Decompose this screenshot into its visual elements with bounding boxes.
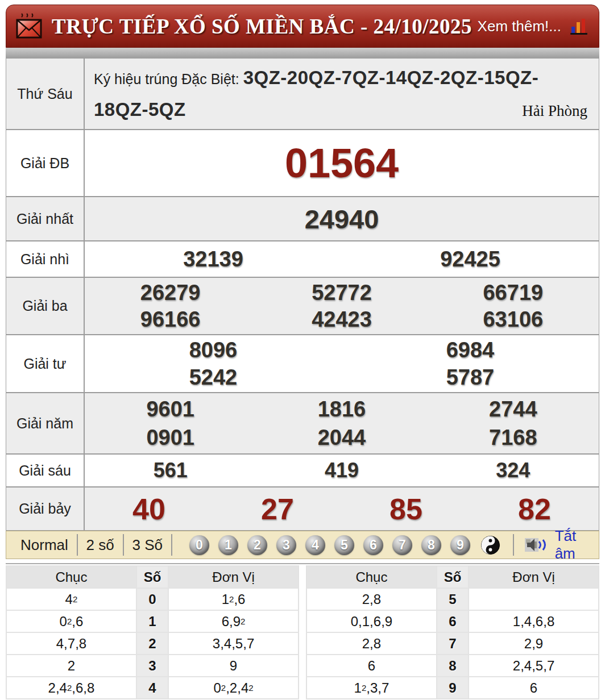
stats-header-chuc: Chục xyxy=(307,566,436,588)
mute-button[interactable]: Tắt âm xyxy=(524,527,593,562)
stats-table-right: ChụcSốĐơn Vị2,850,1,6,961,4,6,82,872,968… xyxy=(306,565,599,699)
prize-line: 090120447168 xyxy=(85,426,599,450)
mode-3-digits[interactable]: 3 Số xyxy=(124,536,172,554)
stats-row: 0,1,6,961,4,6,8 xyxy=(307,610,598,632)
see-more-link[interactable]: Xem thêm!... xyxy=(478,18,561,35)
stats-cell-chuc: 42 xyxy=(7,589,136,610)
results-table: Thứ Sáu Ký hiệu trúng Đặc Biệt: 3QZ-20QZ… xyxy=(6,59,599,531)
page-title: TRỰC TIẾP XỔ SỐ MIỀN BẮC - 24/10/2025 xyxy=(52,14,478,39)
stats-cell-so: 0 xyxy=(136,589,169,610)
stats-cell-donvi: 2,4,5,7 xyxy=(469,655,598,676)
stats-cell-so: 8 xyxy=(436,655,469,676)
ball-2[interactable]: 2 xyxy=(247,535,267,555)
prize-number: 01564 xyxy=(85,140,599,186)
stats-cell-so: 2 xyxy=(136,633,169,654)
ball-7[interactable]: 7 xyxy=(392,535,412,555)
prize-row-nhi: Giải nhì3213992425 xyxy=(6,240,599,277)
prize-line: 960118162744 xyxy=(85,397,599,422)
digit-stats: ChụcSốĐơn Vị42012,602,616,924,7,823,4,5,… xyxy=(6,563,599,699)
prize-number: 5787 xyxy=(342,365,599,390)
ball-9[interactable]: 9 xyxy=(450,535,470,555)
prize-line: 80966984 xyxy=(85,338,599,363)
prize-row-tu: Giải tư8096698452425787 xyxy=(6,334,599,392)
stats-cell-chuc: 4,7,8 xyxy=(7,633,136,654)
prize-number: 96166 xyxy=(85,307,256,332)
prize-line: 961664242363106 xyxy=(85,307,599,332)
stats-table-left: ChụcSốĐơn Vị42012,602,616,924,7,823,4,5,… xyxy=(6,565,299,699)
prize-label: Giải nhì xyxy=(6,241,85,277)
ball-4[interactable]: 4 xyxy=(305,535,325,555)
prize-line: 262795277266719 xyxy=(85,281,599,305)
prize-number: 92425 xyxy=(342,247,599,272)
mute-label: Tắt âm xyxy=(555,527,593,562)
prize-number: 419 xyxy=(256,459,427,482)
stats-row: 4,7,823,4,5,7 xyxy=(7,632,298,654)
sign-cell: Ký hiệu trúng Đặc Biệt: 3QZ-20QZ-7QZ-14Q… xyxy=(85,59,599,129)
prize-row-ba: Giải ba262795277266719961664242363106 xyxy=(6,277,599,334)
prize-label: Giải ba xyxy=(6,278,85,334)
stats-cell-donvi: 12,6 xyxy=(169,589,298,610)
prize-label: Giải sáu xyxy=(6,455,85,486)
stats-cell-donvi: 3,4,5,7 xyxy=(169,633,298,654)
stats-header-row: ChụcSốĐơn Vị xyxy=(7,566,298,588)
mode-2-digits[interactable]: 2 số xyxy=(78,536,123,554)
stats-cell-donvi: 2,9 xyxy=(469,633,598,654)
stats-row: 682,4,5,7 xyxy=(307,654,598,676)
stats-cell-chuc: 6 xyxy=(307,655,436,676)
prize-label: Giải bảy xyxy=(6,488,85,530)
toolbar: Normal 2 số 3 Số 0123456789 xyxy=(6,531,599,559)
header-bar: TRỰC TIẾP XỔ SỐ MIỀN BẮC - 24/10/2025 Xe… xyxy=(6,5,599,48)
ball-1[interactable]: 1 xyxy=(218,535,238,555)
divider xyxy=(513,534,514,556)
stats-cell-donvi: 6 xyxy=(469,677,598,698)
sign-prefix: Ký hiệu trúng Đặc Biệt: xyxy=(94,71,243,87)
prize-number: 42423 xyxy=(256,307,427,332)
stats-row: 2,872,9 xyxy=(307,632,598,654)
divider xyxy=(171,534,172,556)
stats-cell-donvi: 6,92 xyxy=(169,611,298,632)
prize-row-nhat: Giải nhất24940 xyxy=(6,196,599,240)
stats-row: 239 xyxy=(7,654,298,676)
ball-0[interactable]: 0 xyxy=(189,535,209,555)
prize-number: 9601 xyxy=(85,397,256,422)
prize-label: Giải ĐB xyxy=(6,130,85,196)
stats-row: 12,3,796 xyxy=(307,676,598,698)
stats-cell-chuc: 02,6 xyxy=(7,611,136,632)
prize-label: Giải tư xyxy=(6,335,85,392)
stats-cell-so: 9 xyxy=(436,677,469,698)
stats-cell-so: 6 xyxy=(436,611,469,632)
mode-normal[interactable]: Normal xyxy=(12,536,77,554)
stats-row: 02,616,92 xyxy=(7,610,298,632)
province-label: Hải Phòng xyxy=(522,98,587,124)
prize-values: 3213992425 xyxy=(85,241,599,277)
yin-yang-ball[interactable] xyxy=(480,535,500,555)
ball-8[interactable]: 8 xyxy=(421,535,441,555)
prize-row-db: Giải ĐB01564 xyxy=(6,129,599,196)
prize-line: 24940 xyxy=(85,203,599,235)
prize-line: 01564 xyxy=(85,140,599,186)
stats-header-so: Số xyxy=(136,566,169,588)
ball-5[interactable]: 5 xyxy=(334,535,354,555)
prize-number: 0901 xyxy=(85,426,256,450)
stats-row: 42012,6 xyxy=(7,588,298,610)
prize-number: 85 xyxy=(342,492,470,526)
prize-values: 561419324 xyxy=(85,455,599,486)
stats-cell-so: 3 xyxy=(136,655,169,676)
prize-number: 27 xyxy=(213,492,342,526)
stats-header-so: Số xyxy=(436,566,469,588)
prize-values: 40278582 xyxy=(85,488,599,530)
ball-6[interactable]: 6 xyxy=(363,535,383,555)
stats-cell-so: 5 xyxy=(436,589,469,610)
prize-label: Giải nhất xyxy=(6,197,85,240)
stats-cell-so: 7 xyxy=(436,633,469,654)
prize-number: 26279 xyxy=(85,281,256,305)
ball-3[interactable]: 3 xyxy=(276,535,296,555)
stats-cell-donvi: 1,4,6,8 xyxy=(469,611,598,632)
stats-cell-so: 1 xyxy=(136,611,169,632)
prize-line: 561419324 xyxy=(85,459,599,482)
header-shadow-strip xyxy=(6,48,599,59)
envelope-icon xyxy=(14,12,44,40)
prize-values: 262795277266719961664242363106 xyxy=(85,278,599,334)
day-label: Thứ Sáu xyxy=(6,59,85,129)
bar-chart-icon[interactable] xyxy=(569,16,589,36)
